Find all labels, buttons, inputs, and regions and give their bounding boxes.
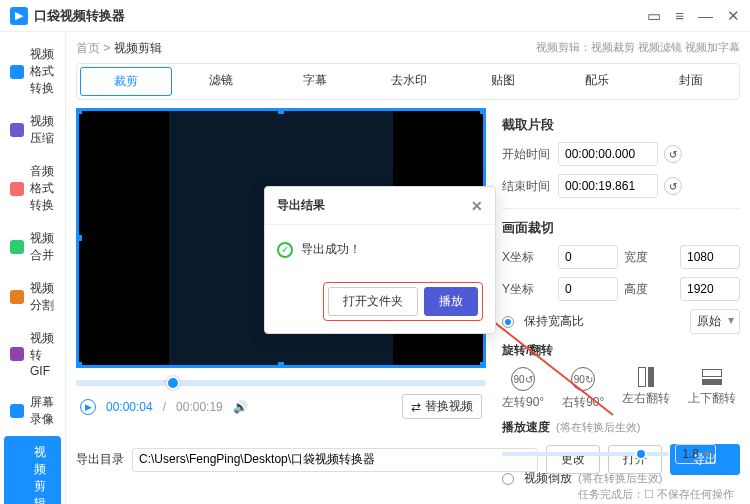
sidebar-item-label: 视频转GIF <box>30 330 55 378</box>
app-logo: ▶ <box>10 7 28 25</box>
minimize-icon[interactable]: — <box>698 7 713 24</box>
sidebar-icon <box>10 123 24 137</box>
sidebar-item-label: 视频分割 <box>30 280 55 314</box>
sidebar-icon <box>10 290 24 304</box>
sidebar-icon <box>10 182 24 196</box>
aspect-radio[interactable] <box>502 316 514 328</box>
tab-滤镜[interactable]: 滤镜 <box>176 67 266 96</box>
tab-配乐[interactable]: 配乐 <box>552 67 642 96</box>
tab-裁剪[interactable]: 裁剪 <box>80 67 172 96</box>
tab-封面[interactable]: 封面 <box>646 67 736 96</box>
sidebar-item-0[interactable]: 视频格式转换 <box>0 38 65 105</box>
export-path-input[interactable] <box>132 448 538 472</box>
open-path-button[interactable]: 打开 <box>608 445 662 474</box>
sidebar-item-7[interactable]: 视频剪辑 <box>4 436 61 504</box>
rotate-right-button[interactable]: 90↻右转90° <box>562 367 604 411</box>
success-text: 导出成功！ <box>301 241 361 258</box>
volume-icon[interactable]: 🔊 <box>233 400 248 414</box>
sidebar-item-1[interactable]: 视频压缩 <box>0 105 65 155</box>
sidebar-icon <box>10 404 24 418</box>
flip-h-button[interactable]: 左右翻转 <box>622 367 670 411</box>
sidebar-item-label: 视频压缩 <box>30 113 55 147</box>
reset-start-icon[interactable]: ↺ <box>664 145 682 163</box>
sidebar-item-label: 视频格式转换 <box>30 46 55 97</box>
sidebar-item-5[interactable]: 视频转GIF <box>0 322 65 386</box>
tab-字幕[interactable]: 字幕 <box>270 67 360 96</box>
total-time: 00:00:19 <box>176 400 223 414</box>
speed-slider[interactable] <box>502 452 669 456</box>
speed-select[interactable]: 1.8 <box>675 444 716 464</box>
height-input[interactable] <box>680 277 740 301</box>
width-input[interactable] <box>680 245 740 269</box>
section-clip: 截取片段 <box>502 116 740 134</box>
change-path-button[interactable]: 更改 <box>546 445 600 474</box>
statusbar: 任务完成后：☐ 不保存任何操作 <box>76 485 740 504</box>
section-crop: 画面裁切 <box>502 219 740 237</box>
x-input[interactable] <box>558 245 618 269</box>
sidebar-item-label: 屏幕录像 <box>30 394 55 428</box>
modal-title: 导出结果 <box>277 197 325 214</box>
start-time-input[interactable] <box>558 142 658 166</box>
aspect-select[interactable]: 原始 <box>690 309 740 334</box>
sidebar-icon <box>10 347 24 361</box>
sidebar-item-3[interactable]: 视频合并 <box>0 222 65 272</box>
open-folder-icon[interactable]: ▭ <box>647 7 661 25</box>
timeline-slider[interactable] <box>76 380 486 386</box>
sidebar-item-label: 音频格式转换 <box>30 163 55 214</box>
export-dir-label: 导出目录 <box>76 451 124 468</box>
play-button[interactable]: ▶ <box>80 399 96 415</box>
sidebar-icon <box>14 471 28 485</box>
sidebar-item-label: 视频合并 <box>30 230 55 264</box>
sidebar-item-label: 视频剪辑 <box>34 444 51 504</box>
sidebar-icon <box>10 240 24 254</box>
y-input[interactable] <box>558 277 618 301</box>
modal-close-icon[interactable]: ✕ <box>471 198 483 214</box>
app-title: 口袋视频转换器 <box>34 7 125 25</box>
tab-贴图[interactable]: 贴图 <box>458 67 548 96</box>
open-folder-button[interactable]: 打开文件夹 <box>328 287 418 316</box>
tab-去水印[interactable]: 去水印 <box>364 67 454 96</box>
end-time-input[interactable] <box>558 174 658 198</box>
close-icon[interactable]: ✕ <box>727 7 740 25</box>
reset-end-icon[interactable]: ↺ <box>664 177 682 195</box>
sidebar-item-4[interactable]: 视频分割 <box>0 272 65 322</box>
menu-icon[interactable]: ≡ <box>675 7 684 24</box>
rotate-left-button[interactable]: 90↺左转90° <box>502 367 544 411</box>
sidebar-item-2[interactable]: 音频格式转换 <box>0 155 65 222</box>
swap-icon: ⇄ <box>411 400 421 414</box>
hint-text: 视频剪辑：视频裁剪 视频滤镜 视频加字幕 <box>536 40 740 55</box>
replace-video-button[interactable]: ⇄ 替换视频 <box>402 394 482 419</box>
success-icon: ✓ <box>277 242 293 258</box>
rotate-title: 旋转/翻转 <box>502 342 740 359</box>
play-result-button[interactable]: 播放 <box>424 287 478 316</box>
sidebar-icon <box>10 65 24 79</box>
current-time: 00:00:04 <box>106 400 153 414</box>
export-result-dialog: 导出结果 ✕ ✓ 导出成功！ 打开文件夹 播放 <box>264 186 496 334</box>
flip-v-button[interactable]: 上下翻转 <box>688 367 736 411</box>
sidebar-item-6[interactable]: 屏幕录像 <box>0 386 65 436</box>
